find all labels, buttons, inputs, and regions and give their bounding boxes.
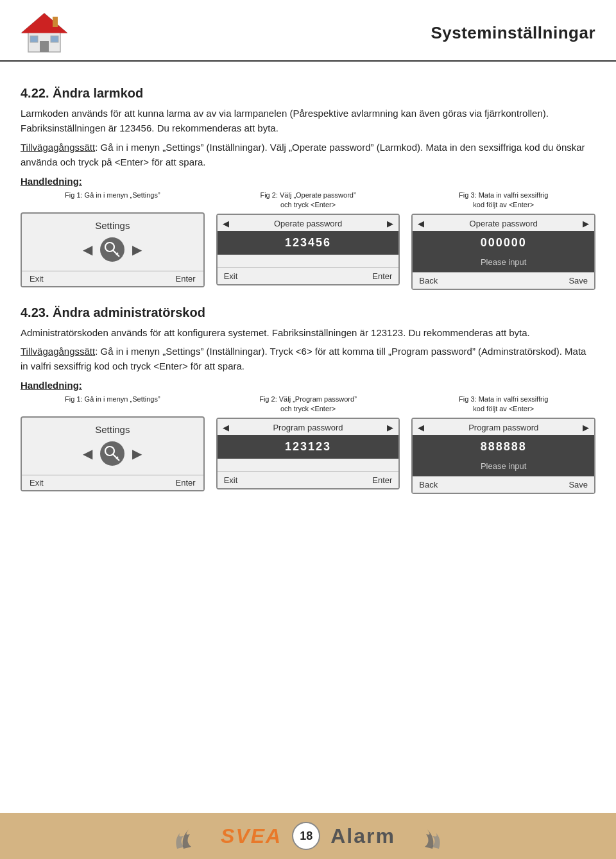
figures-row-1: Fig 1: Gå in i menyn „Settings” Settings… (21, 191, 595, 290)
svg-rect-5 (53, 17, 58, 27)
pw-label-5: Program password (273, 423, 343, 432)
svg-point-9 (105, 447, 114, 455)
pw-footer-row-3: Back Save (413, 272, 594, 289)
right-arrow-icon-1: ▶ (132, 242, 142, 257)
enter-label-1: Enter (176, 274, 196, 284)
fig5-caption: Fig 2: Välj „Program password” och tryck… (259, 395, 357, 414)
fig6-device-box: ◀ Program password ▶ 888888 Please input… (411, 418, 595, 494)
pw-left-arrow-3: ◀ (418, 219, 424, 228)
svg-rect-3 (30, 36, 38, 42)
fig2-caption: Fig 2: Välj „Operate password” och tryck… (260, 191, 355, 210)
alarm-brand-text: Alarm (330, 824, 395, 848)
pw-left-arrow-6: ◀ (418, 423, 424, 432)
figure-5-block: Fig 2: Välj „Program password” och tryck… (216, 395, 400, 494)
svg-rect-4 (51, 36, 58, 42)
figure-1-block: Fig 1: Gå in i menyn „Settings” Settings… (21, 191, 205, 290)
fig1-device-box: Settings ◀ ▶ (21, 212, 205, 287)
section-423-para2: Tillvägagångssätt: Gå in i menyn „Settin… (21, 344, 595, 374)
pw-right-arrow-6: ▶ (583, 423, 589, 432)
pw-left-arrow-5: ◀ (223, 423, 229, 432)
section-423-para2-rest: : Gå in i menyn „Settings” (Inställninga… (21, 346, 586, 371)
pw-exit-5: Exit (224, 475, 238, 485)
section-422: 4.22. Ändra larmkod Larmkoden används fö… (21, 86, 595, 290)
key-icon-1 (100, 237, 124, 262)
pw-please-input-3: Please input (413, 255, 594, 272)
figure-2-block: Fig 2: Välj „Operate password” och tryck… (216, 191, 400, 290)
enter-label-2: Enter (176, 478, 196, 488)
handledning-label-1: Handledning: (21, 176, 595, 187)
exit-label-1: Exit (30, 274, 44, 284)
exit-enter-row-1: Exit Enter (22, 271, 203, 286)
exit-enter-row-2: Exit Enter (22, 475, 203, 490)
pw-label-2: Operate password (274, 219, 342, 228)
fig5-device-box: ◀ Program password ▶ 123123 Exit Enter (216, 418, 400, 489)
fig4-caption: Fig 1: Gå in i menyn „Settings” (65, 395, 160, 412)
brand-logo-icon (15, 10, 73, 55)
main-content: 4.22. Ändra larmkod Larmkoden används fö… (0, 69, 616, 494)
fig3-caption: Fig 3: Mata in valfri sexsiffrig kod föl… (459, 191, 548, 210)
page-footer: SVEA 18 Alarm (0, 813, 616, 859)
fig1-caption: Fig 1: Gå in i menyn „Settings” (65, 191, 160, 208)
pw-please-input-6: Please input (413, 459, 594, 476)
section-422-para1: Larmkoden används för att kunna larma av… (21, 106, 595, 136)
section-422-para2: Tillvägagångssätt: Gå in i menyn „Settin… (21, 140, 595, 170)
pw-save-6: Save (569, 480, 588, 489)
pw-value-5: 123123 (218, 435, 399, 459)
pw-left-arrow-2: ◀ (223, 219, 229, 228)
pw-value-3: 000000 (413, 231, 594, 255)
nav-row-2: ◀ ▶ (83, 441, 142, 466)
page-number: 18 (300, 829, 312, 843)
svg-line-10 (113, 454, 119, 461)
pw-right-arrow-3: ▶ (583, 219, 589, 228)
section-422-title: 4.22. Ändra larmkod (21, 86, 595, 101)
pw-back-3: Back (419, 276, 438, 285)
page-number-circle: 18 (292, 822, 320, 850)
pw-footer-row-2: Exit Enter (218, 268, 399, 284)
pw-enter-2: Enter (372, 271, 392, 281)
settings-box-1: Settings ◀ ▶ (22, 214, 203, 268)
page-title: Systeminställningar (431, 23, 595, 43)
svea-brand-text: SVEA (221, 824, 282, 848)
fig3-device-box: ◀ Operate password ▶ 000000 Please input… (411, 214, 595, 290)
pw-header-row-5: ◀ Program password ▶ (218, 419, 399, 435)
footer-right (395, 820, 616, 852)
pw-label-3: Operate password (470, 219, 538, 228)
tilltag-underline-1: Tillvägagångssätt (21, 142, 95, 153)
exit-label-2: Exit (30, 478, 44, 488)
key-icon-2 (100, 441, 124, 466)
pw-header-row-2: ◀ Operate password ▶ (218, 215, 399, 231)
fig2-device-box: ◀ Operate password ▶ 123456 Exit Enter (216, 214, 400, 285)
settings-label-1: Settings (95, 220, 130, 231)
section-423: 4.23. Ändra administratörskod Administra… (21, 305, 595, 494)
pw-back-6: Back (419, 480, 438, 489)
pw-footer-row-6: Back Save (413, 476, 594, 493)
section-423-para1: Administratörskoden används för att konf… (21, 325, 595, 340)
figure-4-block: Fig 1: Gå in i menyn „Settings” Settings… (21, 395, 205, 494)
flame-left-icon (171, 820, 205, 852)
fig6-caption: Fig 3: Mata in valfri sexsiffrig kod föl… (459, 395, 548, 414)
page-header: Systeminställningar (0, 0, 616, 62)
pw-header-row-6: ◀ Program password ▶ (413, 419, 594, 435)
pw-value-2: 123456 (218, 231, 399, 255)
fig4-device-box: Settings ◀ ▶ (21, 416, 205, 491)
pw-save-3: Save (569, 276, 588, 285)
pw-footer-row-5: Exit Enter (218, 472, 399, 488)
figures-row-2: Fig 1: Gå in i menyn „Settings” Settings… (21, 395, 595, 494)
section-422-para2-rest: : Gå in i menyn „Settings” (Inställninga… (21, 142, 585, 167)
settings-label-2: Settings (95, 424, 130, 435)
pw-enter-5: Enter (372, 475, 392, 485)
footer-center: SVEA 18 Alarm (221, 822, 395, 850)
svea-logo: SVEA (221, 824, 282, 848)
svg-point-6 (105, 242, 114, 251)
left-arrow-icon-1: ◀ (83, 242, 92, 257)
pw-right-arrow-2: ▶ (387, 219, 393, 228)
right-arrow-icon-2: ▶ (132, 446, 142, 461)
nav-row-1: ◀ ▶ (83, 237, 142, 262)
figure-3-block: Fig 3: Mata in valfri sexsiffrig kod föl… (411, 191, 595, 290)
handledning-label-2: Handledning: (21, 380, 595, 391)
figure-6-block: Fig 3: Mata in valfri sexsiffrig kod föl… (411, 395, 595, 494)
pw-value-6: 888888 (413, 435, 594, 459)
footer-left (0, 820, 221, 852)
svg-marker-1 (22, 13, 67, 33)
pw-exit-2: Exit (224, 271, 238, 281)
